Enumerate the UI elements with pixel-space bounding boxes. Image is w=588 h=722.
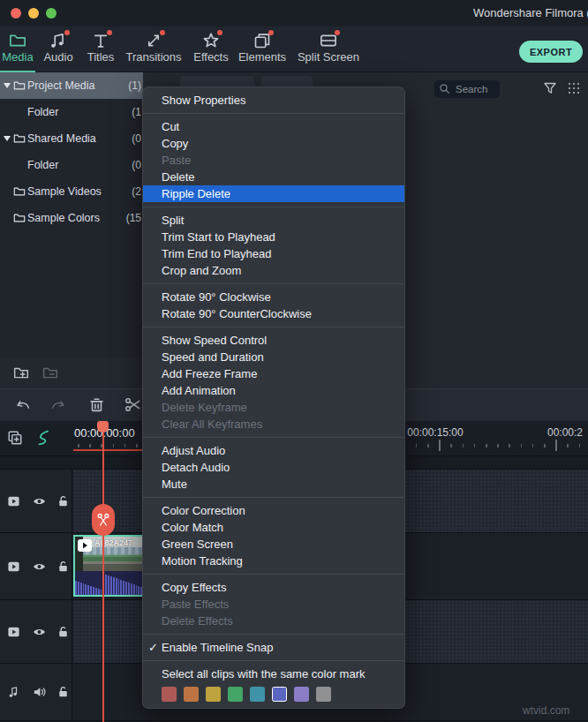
search-box[interactable] xyxy=(434,80,500,98)
menu-item-show-properties[interactable]: Show Properties xyxy=(143,92,404,109)
tab-label: Titles xyxy=(83,50,118,64)
menu-item-select-all-clips-with-the-same-color-mark[interactable]: Select all clips with the same color mar… xyxy=(143,666,404,682)
menu-section: Rotate 90° ClockwiseRotate 90° CounterCl… xyxy=(143,284,404,327)
color-swatch[interactable] xyxy=(272,687,287,702)
fullscreen-button[interactable] xyxy=(46,8,57,19)
lock-icon[interactable] xyxy=(57,686,70,699)
menu-item-label: Trim End to Playhead xyxy=(162,247,272,260)
folder-add-icon[interactable] xyxy=(13,365,29,380)
sidebar-item-folder[interactable]: Folder(1 xyxy=(0,99,143,125)
ruler-tick xyxy=(497,444,499,447)
timeline-clip[interactable]: A082A247 xyxy=(73,535,153,597)
menu-item-color-correction[interactable]: Color Correction xyxy=(143,502,404,519)
tab-effects[interactable]: Effects xyxy=(189,30,233,72)
filter-icon[interactable] xyxy=(543,81,557,95)
ruler-label-20s: 00:00:2 xyxy=(547,426,583,439)
ruler-tick xyxy=(544,444,546,447)
menu-item-cut[interactable]: Cut xyxy=(143,118,404,135)
menu-item-color-match[interactable]: Color Match xyxy=(143,519,404,536)
menu-item-split[interactable]: Split xyxy=(143,212,404,229)
tab-transitions[interactable]: Transitions xyxy=(122,30,185,72)
trash-icon[interactable] xyxy=(88,396,105,413)
split-at-playhead-button[interactable] xyxy=(92,504,115,536)
transitions-icon xyxy=(145,32,162,49)
grid-view-icon[interactable] xyxy=(567,81,581,95)
caret-down-icon[interactable] xyxy=(4,136,11,141)
eye-icon[interactable] xyxy=(33,560,46,573)
menu-item-motion-tracking[interactable]: Motion Tracking xyxy=(143,553,404,569)
menu-item-adjust-audio[interactable]: Adjust Audio xyxy=(143,442,404,459)
lock-icon[interactable] xyxy=(57,560,70,573)
playhead-line[interactable] xyxy=(102,421,104,722)
menu-section: Copy EffectsPaste EffectsDelete Effects xyxy=(143,575,404,635)
menu-item-label: Delete Effects xyxy=(162,614,233,628)
color-swatch[interactable] xyxy=(316,687,331,702)
color-swatch[interactable] xyxy=(184,687,199,702)
video-icon[interactable] xyxy=(7,625,20,638)
tab-media[interactable]: Media xyxy=(0,30,35,72)
lock-icon[interactable] xyxy=(57,625,70,638)
ruler-tick xyxy=(486,444,487,447)
media-folder-icon xyxy=(9,32,26,49)
ruler-tick xyxy=(124,444,126,447)
close-button[interactable] xyxy=(11,8,21,19)
lock-icon[interactable] xyxy=(57,494,70,508)
color-swatch[interactable] xyxy=(228,687,243,702)
menu-item-rotate-90-clockwise[interactable]: Rotate 90° Clockwise xyxy=(143,289,404,305)
video-icon[interactable] xyxy=(7,560,20,573)
sidebar-item-folder[interactable]: Folder(0 xyxy=(0,152,143,178)
duplicate-icon[interactable] xyxy=(7,430,23,446)
ruler-tick xyxy=(521,444,523,447)
menu-item-crop-and-zoom[interactable]: Crop and Zoom xyxy=(143,262,404,279)
menu-item-mute[interactable]: Mute xyxy=(143,476,404,493)
menu-item-delete[interactable]: Delete xyxy=(143,169,404,185)
item-count: (1) xyxy=(128,72,141,99)
color-swatch[interactable] xyxy=(250,687,265,702)
menu-item-ripple-delete[interactable]: Ripple Delete xyxy=(143,185,404,202)
menu-item-enable-timeline-snap[interactable]: ✓Enable Timeline Snap xyxy=(143,639,404,656)
playhead-handle[interactable] xyxy=(97,421,109,432)
eye-icon[interactable] xyxy=(33,494,46,508)
menu-item-speed-and-duration[interactable]: Speed and Duration xyxy=(143,349,404,365)
menu-item-trim-start-to-playhead[interactable]: Trim Start to Playhead xyxy=(143,229,404,245)
minimize-button[interactable] xyxy=(28,8,39,19)
menu-item-label: Show Speed Control xyxy=(162,334,267,347)
tab-elements[interactable]: Elements xyxy=(235,30,290,72)
color-swatch[interactable] xyxy=(206,687,221,702)
media-folder-toolbar xyxy=(0,362,143,388)
sidebar-item-label: Sample Videos xyxy=(27,178,102,205)
color-swatch[interactable] xyxy=(294,687,309,702)
menu-section: Adjust AudioDetach AudioMute xyxy=(143,438,404,498)
sidebar-item-sample-videos[interactable]: Sample Videos(2 xyxy=(0,178,143,205)
menu-item-detach-audio[interactable]: Detach Audio xyxy=(143,459,404,476)
color-swatch[interactable] xyxy=(162,687,177,702)
menu-item-trim-end-to-playhead[interactable]: Trim End to Playhead xyxy=(143,245,404,262)
tab-split-screen[interactable]: Split Screen xyxy=(293,30,364,72)
menu-item-add-freeze-frame[interactable]: Add Freeze Frame xyxy=(143,365,404,382)
menu-item-copy[interactable]: Copy xyxy=(143,135,404,152)
menu-item-green-screen[interactable]: Green Screen xyxy=(143,536,404,553)
music-note-icon[interactable] xyxy=(7,686,20,699)
undo-icon[interactable] xyxy=(14,396,31,413)
caret-down-icon[interactable] xyxy=(4,83,11,88)
sidebar-item-shared-media[interactable]: Shared Media(0 xyxy=(0,125,143,152)
snap-icon[interactable] xyxy=(35,430,51,446)
search-input[interactable] xyxy=(454,81,496,96)
tab-titles[interactable]: Titles xyxy=(83,30,118,72)
sidebar-item-project-media[interactable]: Project Media(1) xyxy=(0,72,143,99)
speaker-icon[interactable] xyxy=(33,686,46,699)
menu-item-rotate-90-counterclockwise[interactable]: Rotate 90° CounterClockwise xyxy=(143,305,404,322)
scissors-icon[interactable] xyxy=(124,396,141,413)
menu-item-copy-effects[interactable]: Copy Effects xyxy=(143,579,404,596)
tab-audio[interactable]: Audio xyxy=(41,30,76,72)
menu-item-add-animation[interactable]: Add Animation xyxy=(143,382,404,399)
eye-icon[interactable] xyxy=(33,625,46,638)
menu-item-label: Rotate 90° Clockwise xyxy=(162,290,271,304)
filmora-window: Wondershare Filmora ( MediaAudioTitlesTr… xyxy=(0,0,588,722)
sidebar-item-sample-colors[interactable]: Sample Colors(15 xyxy=(0,205,143,231)
track-header xyxy=(0,664,72,720)
sidebar-item-label: Folder xyxy=(27,152,58,178)
menu-item-show-speed-control[interactable]: Show Speed Control xyxy=(143,332,404,349)
video-icon[interactable] xyxy=(7,494,20,508)
export-button[interactable]: EXPORT xyxy=(519,41,583,63)
